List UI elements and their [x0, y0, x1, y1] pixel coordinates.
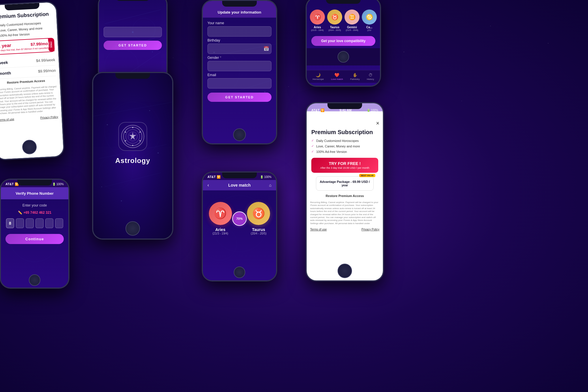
pricing-card-1year[interactable]: FREE TRIAL 1 year $7.99/mon (3-days free…	[0, 38, 55, 55]
field-name: Your name	[207, 21, 271, 37]
home-button-6[interactable]	[338, 51, 349, 63]
nav-palmistry[interactable]: ✋ Palmistry	[350, 73, 360, 80]
taurus-label: Taurus	[330, 26, 340, 29]
verify-header: Verify Phone Number	[1, 187, 68, 199]
taurus-circle: ♉	[247, 202, 270, 225]
close-button[interactable]: ×	[376, 120, 379, 127]
p7-check-2: ✓	[311, 144, 314, 148]
back-arrow-icon[interactable]: ‹	[207, 183, 209, 188]
field-gender: Gender *	[207, 56, 271, 71]
label-email: Email	[207, 73, 271, 77]
zodiac-gemini-card[interactable]: ♊ Gemini (21/5 - 20/6)	[344, 10, 360, 31]
field-email: Email	[207, 73, 271, 89]
zodiac-pair: ♈ Aries (21/3 - 19/4) 70% ♉ Taurus (20/4…	[203, 193, 276, 244]
try-free-label: TRY FOR FREE !	[315, 161, 375, 166]
home-icon[interactable]: ⌂	[269, 183, 271, 187]
advantage-button[interactable]: Advantage Package - 69.99 USD / year	[316, 176, 374, 191]
other-plans: 1 week $4.99/week 1 month $9.99/mon	[0, 55, 59, 79]
plan-name-week: 1 week	[0, 60, 8, 65]
home-button-5[interactable]	[234, 267, 245, 278]
svg-line-10	[104, 173, 161, 187]
svg-point-23	[139, 132, 141, 133]
field-birthday: Birthday 📅	[207, 38, 271, 54]
restore-link-right[interactable]: Restore Premium Access	[307, 192, 383, 200]
phone-premium-subscription-right: AT&T 🛜 9:41 AM 🔋 100% × Premium Subscrip…	[306, 102, 384, 281]
input-gender[interactable]	[207, 61, 271, 71]
input-name[interactable]	[207, 26, 271, 37]
zodiac-row: ♈ Aries (21/3 - 19/4) ♉ Taurus (20/4 - 2…	[307, 0, 380, 34]
zodiac-cancer-card[interactable]: ♋ Ca... (21/	[362, 10, 377, 31]
code-box-3[interactable]	[26, 218, 34, 228]
get-started-input[interactable]	[104, 27, 162, 37]
carrier-phone8: AT&T 🛜	[5, 182, 19, 186]
try-free-button[interactable]: TRY FOR FREE ! After the 3 day trial 19.…	[311, 158, 378, 173]
svg-point-15	[121, 200, 122, 202]
input-email[interactable]	[207, 78, 271, 89]
zodiac-taurus-card[interactable]: ♉ Taurus (20/4 - 20/5)	[327, 10, 342, 31]
taurus-dates: (20/4 - 20/5)	[328, 29, 341, 31]
status-bar-phone8: AT&T 🛜 9:41 AM 🔋 100%	[1, 180, 68, 187]
terms-text-right: Recurring Billing. Cancel anytime. Payme…	[307, 200, 383, 226]
code-input-row: 8	[5, 218, 64, 228]
terms-of-use-link-left[interactable]: Terms of use	[0, 117, 14, 121]
privacy-policy-link-left[interactable]: Privacy Policy	[40, 115, 58, 119]
cancer-dates: (21/	[367, 29, 371, 31]
svg-point-5	[152, 51, 153, 52]
home-button-3[interactable]	[126, 221, 140, 236]
code-box-2[interactable]	[16, 218, 24, 228]
gemini-label: Gemini	[347, 26, 357, 29]
home-button-7[interactable]	[338, 264, 352, 278]
get-started-button-form[interactable]: GET STARTED	[207, 93, 271, 102]
premium-title-right: Premium Subscription	[307, 129, 383, 138]
percentage-bubble: 70%	[232, 211, 247, 226]
phone-verify-phone: AT&T 🛜 9:41 AM 🔋 100% Verify Phone Numbe…	[0, 179, 69, 288]
zodiac-aries-card[interactable]: ♈ Aries (21/3 - 19/4)	[310, 10, 325, 31]
get-started-button-top[interactable]: GET STARTED	[104, 41, 162, 50]
code-box-1[interactable]: 8	[6, 218, 14, 228]
time-phone8: 9:41 AM	[29, 182, 42, 186]
aries-name: Aries	[215, 227, 225, 232]
starfield	[0, 0, 588, 392]
plan-price-month: $9.99/mon	[38, 68, 56, 74]
nav-horoscope[interactable]: 🌙 Horoscope	[313, 73, 324, 80]
app-icon: ✡	[118, 122, 147, 151]
home-button-4[interactable]	[233, 128, 246, 141]
aries-dates: (21/3 - 19/4)	[311, 29, 324, 31]
nav-love-match[interactable]: ❤️ Love match	[331, 73, 343, 80]
svg-text:✡: ✡	[132, 135, 134, 138]
terms-of-use-link-right[interactable]: Terms of use	[310, 228, 327, 231]
home-button-8[interactable]	[29, 274, 40, 286]
phone-update-info: Update your information Your name Birthd…	[202, 0, 277, 144]
input-birthday[interactable]	[207, 44, 271, 54]
aries-label: Aries	[314, 26, 321, 29]
horoscope-nav-icon: 🌙	[316, 73, 321, 77]
zodiac-aries: ♈ Aries (21/3 - 19/4)	[209, 202, 232, 235]
premium-features-right: ✓ Daily Customized Horoscopes ✓ Love, Ca…	[307, 138, 383, 154]
code-box-5[interactable]	[45, 218, 53, 228]
code-box-6[interactable]	[55, 218, 63, 228]
enter-code-label: Enter your code	[1, 203, 68, 207]
love-match-header: ‹ Love match ⌂	[203, 180, 276, 190]
label-name: Your name	[207, 21, 271, 25]
percentage-container: 70%	[232, 211, 247, 226]
app-icon-inner: ✡	[121, 125, 144, 148]
svg-point-17	[101, 186, 102, 187]
gemini-dates: (21/5 - 20/6)	[346, 29, 358, 31]
p7-feature-2: ✓ Love, Career, Money and more	[307, 143, 383, 149]
premium-features-left: ✓ Daily Customized Horoscopes ✓ Love, Ca…	[0, 20, 57, 38]
bottom-nav: 🌙 Horoscope ❤️ Love match ✋ Palmistry ⏱ …	[307, 70, 380, 83]
time-phone5: 9:41 AM	[234, 175, 246, 179]
taurus-name: Taurus	[252, 227, 265, 232]
label-birthday: Birthday	[207, 38, 271, 42]
privacy-policy-link-right[interactable]: Privacy Policy	[362, 228, 379, 231]
time-phone7: 9:41 AM	[340, 108, 352, 112]
continue-button[interactable]: Continue	[5, 234, 64, 244]
p7-feature-3: ✓ 100% Ad-free Version	[307, 149, 383, 154]
birthday-input-wrapper: 📅	[207, 44, 271, 54]
love-compat-button[interactable]: Get your love compatibility	[311, 36, 375, 46]
nav-history[interactable]: ⏱ History	[367, 73, 374, 80]
aries-circle: ♈	[209, 202, 232, 225]
premium-title-left: Premium Subscription	[0, 2, 57, 22]
code-box-4[interactable]	[35, 218, 44, 228]
svg-point-26	[125, 140, 126, 141]
